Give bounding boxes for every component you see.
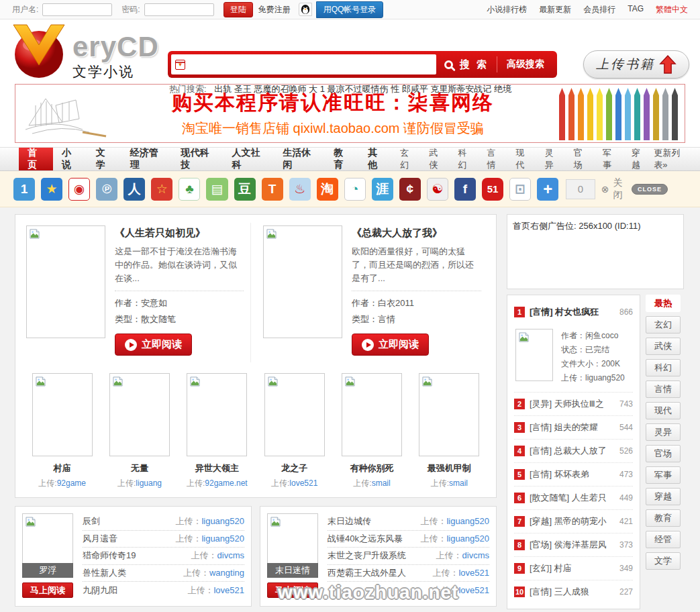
uploader-link[interactable]: divcms xyxy=(462,550,489,560)
copy-icon[interactable]: ⊡ xyxy=(509,178,531,201)
book-cover[interactable] xyxy=(515,329,553,381)
book-title[interactable]: [玄幻] 村庙 xyxy=(530,562,572,574)
book-title[interactable]: 风月遗音 xyxy=(83,533,117,545)
nav-sub-xuanhuan[interactable]: 玄幻 xyxy=(393,148,422,170)
uploader-link[interactable]: smail xyxy=(372,478,391,488)
login-button[interactable]: 登陆 xyxy=(223,2,253,17)
search-category-icon[interactable]: ▾ xyxy=(175,60,185,70)
uploader-link[interactable]: 92game xyxy=(57,478,86,488)
book-title[interactable]: [灵异] 天师执位Ⅲ之 xyxy=(530,398,604,410)
search-input[interactable] xyxy=(189,56,432,72)
book-title[interactable]: [言情] 三人成狼 xyxy=(530,586,589,598)
advanced-search-button[interactable]: 高级搜索 xyxy=(497,58,554,70)
uploader-link[interactable]: love521 xyxy=(289,478,317,488)
uploader-link[interactable]: liguang520 xyxy=(201,516,244,526)
nav-sub-chuanyue[interactable]: 穿越 xyxy=(625,148,654,170)
rank-tab-wenxue[interactable]: 文学 xyxy=(646,552,681,570)
rank-tab-yanqing[interactable]: 言情 xyxy=(646,380,681,398)
nav-item-home[interactable]: 首页 xyxy=(19,148,53,170)
book-cover[interactable]: 罗浮 xyxy=(22,513,73,578)
uploader-link[interactable]: divcms xyxy=(217,550,244,560)
rank-tab-xuanhuan[interactable]: 玄幻 xyxy=(646,316,681,334)
book-title[interactable]: 有种你别死 xyxy=(333,462,410,474)
taobao-icon[interactable]: 淘 xyxy=(317,178,338,201)
book-title[interactable]: 龙之子 xyxy=(256,462,333,474)
book-title[interactable]: 末世之丧尸升级系统 xyxy=(328,550,406,562)
book-cover[interactable]: 末日迷情 xyxy=(267,513,318,578)
tencent-weibo-icon[interactable]: T xyxy=(262,178,283,201)
book-cover[interactable] xyxy=(419,373,479,456)
sina-weibo-icon[interactable]: ◉ xyxy=(68,178,90,201)
link-novel-ranking[interactable]: 小说排行榜 xyxy=(487,4,527,15)
book-title[interactable]: 《总裁大人放了我》 xyxy=(352,227,481,240)
register-link[interactable]: 免费注册 xyxy=(258,4,291,15)
book-title[interactable]: 兽性新人类 xyxy=(83,567,126,579)
username-input[interactable] xyxy=(42,3,112,16)
read-now-button[interactable]: 立即阅读 xyxy=(115,334,192,356)
uploader-link[interactable]: liguang520 xyxy=(201,533,244,544)
more-share-icon[interactable]: + xyxy=(537,178,558,201)
link-traditional-chinese[interactable]: 繁體中文 xyxy=(656,4,688,15)
nav-item-literature[interactable]: 文学 xyxy=(87,148,121,170)
book-cover[interactable] xyxy=(264,373,325,456)
link-member-ranking[interactable]: 会员排行 xyxy=(583,4,615,15)
nav-item-social[interactable]: 人文社科 xyxy=(223,148,274,170)
rank-tab-chuanyue[interactable]: 穿越 xyxy=(646,488,681,505)
book-cover[interactable] xyxy=(32,373,93,456)
nav-item-tech[interactable]: 现代科技 xyxy=(172,148,223,170)
book-title[interactable]: 《人生若只如初见》 xyxy=(115,227,244,240)
book-title[interactable]: [言情] 坏坏表弟 xyxy=(530,468,589,480)
nav-sub-guanchang[interactable]: 官场 xyxy=(567,148,596,170)
nav-sub-wuxia[interactable]: 武侠 xyxy=(422,148,451,170)
book-title[interactable]: [言情] 总裁大人放了 xyxy=(530,445,607,457)
book-title[interactable]: [穿越] 黑帝的萌宠小 xyxy=(530,515,607,527)
uploader-link[interactable]: love521 xyxy=(458,585,489,595)
nav-item-life[interactable]: 生活休闲 xyxy=(274,148,325,170)
book-title[interactable]: 九阴九阳 xyxy=(83,584,117,597)
password-input[interactable] xyxy=(144,3,214,16)
uploader-link[interactable]: love521 xyxy=(458,568,489,578)
read-now-button[interactable]: 立即阅读 xyxy=(352,334,429,356)
book-title[interactable]: 辰剑 xyxy=(83,515,100,527)
facebook-icon[interactable]: f xyxy=(454,178,476,201)
lantern-icon[interactable]: ♨ xyxy=(289,178,311,201)
qq-login-button[interactable]: 用QQ帐号登录 xyxy=(316,1,384,18)
ifeng-icon[interactable]: ☯ xyxy=(427,178,448,201)
baidu-cang-icon[interactable]: 1 xyxy=(13,178,35,201)
nav-item-education[interactable]: 教育 xyxy=(325,148,359,170)
book-title[interactable]: 战锤40k之远东风暴 xyxy=(328,533,403,545)
kaixin-icon[interactable]: ☆ xyxy=(151,178,172,201)
book-title[interactable]: 村庙 xyxy=(23,462,101,474)
nav-sub-lingyi[interactable]: 灵异 xyxy=(538,148,567,170)
uploader-link[interactable]: wangting xyxy=(209,568,244,578)
book-title[interactable]: [言情] 姐夫的荣耀 xyxy=(530,421,598,434)
book-title[interactable]: 末日边城传 xyxy=(328,515,371,527)
uploader-link[interactable]: smail xyxy=(449,478,468,488)
read-now-button[interactable]: 马上阅读 xyxy=(267,582,318,598)
rank-tab-jiaoyu[interactable]: 教育 xyxy=(646,509,681,527)
nav-item-novel[interactable]: 小说 xyxy=(53,148,87,170)
rank-tab-lingyi[interactable]: 灵异 xyxy=(646,423,681,441)
maroon-share-icon[interactable]: ¢ xyxy=(399,178,421,201)
renren-icon[interactable]: 人 xyxy=(123,178,145,201)
rank-tab-jingguan[interactable]: 经管 xyxy=(646,531,681,548)
qq-bookmark-icon[interactable]: ◔ xyxy=(344,178,366,201)
nav-sub-xiandai[interactable]: 现代 xyxy=(509,148,538,170)
link-latest-updates[interactable]: 最新更新 xyxy=(539,4,571,15)
link-tag[interactable]: TAG xyxy=(628,4,644,15)
book-cover[interactable] xyxy=(263,225,342,338)
book-cover[interactable] xyxy=(187,373,247,456)
notepad-icon[interactable]: ▤ xyxy=(206,178,228,201)
book-title[interactable]: 最强机甲制 xyxy=(411,462,488,474)
book-title[interactable]: 猎命师传奇19 xyxy=(83,550,136,562)
nav-sub-kehuan[interactable]: 科幻 xyxy=(451,148,480,170)
site-logo[interactable]: eryCD 文学小说 xyxy=(8,23,159,81)
uploader-link[interactable]: 92game.net xyxy=(205,478,247,488)
book-title[interactable]: [言情] 村女也疯狂 xyxy=(530,306,599,318)
book-cover[interactable] xyxy=(109,373,170,456)
close-sharebar-button[interactable]: ⊗ 关闭 CLOSE xyxy=(601,177,668,201)
rank-tab-wuxia[interactable]: 武侠 xyxy=(646,338,681,355)
rank-tab-hottest[interactable]: 最热 xyxy=(646,295,681,312)
book-title[interactable]: 异世大领主 xyxy=(179,462,256,474)
nav-item-economy[interactable]: 经济管理 xyxy=(121,148,172,170)
